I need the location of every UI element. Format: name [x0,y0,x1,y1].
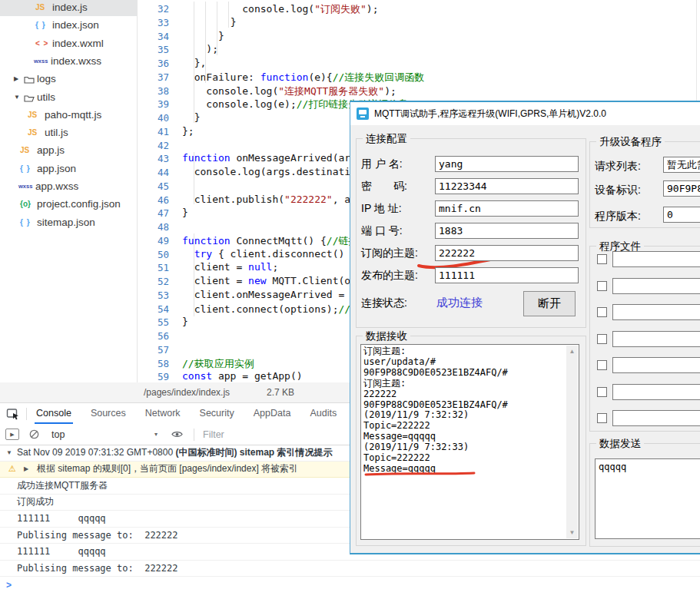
context-value: top [51,429,65,440]
toolbar-divider [194,429,194,441]
indent-guide [228,2,229,28]
file-path-input[interactable] [612,410,700,426]
sidebar-item-app.json[interactable]: { }app.json [0,160,137,177]
code-line: //获取应用实例 [182,357,254,371]
code-line: try { client.disconnect() } [182,248,357,262]
context-selector[interactable]: top ▾ [51,429,158,440]
input-publish-topic[interactable] [435,267,579,283]
line-number: 53 [137,289,169,303]
send-textarea[interactable]: qqqqq [595,458,700,539]
console-message: 订阅成功 [17,495,54,508]
dialog-titlebar[interactable]: MQTT调试助手,程序远程升级(WIFI,GPRS,单片机)V2.0.0 [350,102,700,125]
code-line: onFailure: function(e){//连接失败回调函数 [182,71,424,84]
line-number: 43 [137,152,169,166]
scroll-down-icon[interactable]: ▼ [566,527,578,538]
chevron-down-icon[interactable]: ▼ [14,94,20,101]
file-path-input[interactable] [612,384,700,400]
inspect-icon[interactable] [6,408,20,420]
sidebar-item-index.wxml[interactable]: < >index.wxml [0,35,137,52]
clear-console-icon[interactable] [29,429,39,439]
file-checkbox[interactable] [597,307,607,317]
tab-security[interactable]: Security [198,404,236,423]
receive-textarea[interactable]: 订阅主题: user/updata/# 90F9P88C9D0E0523E1BZ… [360,344,579,540]
line-number: 56 [137,329,169,343]
code-line [182,180,194,194]
field-label: 端 口 号: [361,224,403,238]
sidebar-item-index.js[interactable]: JSindex.js [0,0,137,16]
field-label: 设备标识: [595,184,641,197]
tab-sources[interactable]: Sources [89,404,128,423]
filter-input[interactable] [201,429,327,441]
console-message: Publising message to: 222222 [17,530,178,541]
file-checkbox[interactable] [597,281,607,291]
chevron-right-icon[interactable]: ▶ [14,75,18,82]
receive-scrollbar[interactable]: ▲ ▼ [566,346,578,538]
field-label: 程序版本: [595,210,641,223]
file-size: 2.7 KB [267,387,294,398]
line-number: 52 [137,275,169,289]
disconnect-button[interactable]: 断开 [523,291,576,316]
file-path-input[interactable] [612,304,700,320]
input-port[interactable] [435,223,579,239]
sidebar-item-logs[interactable]: ▶logs [0,70,137,88]
code-line: } [182,111,200,125]
file-path-input[interactable] [612,278,700,294]
input-password[interactable] [435,178,579,194]
file-label: app.json [37,163,76,174]
tab-appdata[interactable]: AppData [252,404,293,423]
console-prompt-row[interactable]: > [0,577,700,593]
expander-open-icon[interactable]: ▼ [6,449,12,456]
file-checkbox[interactable] [597,254,607,264]
file-checkbox[interactable] [597,360,607,370]
sidebar-item-app.wxss[interactable]: wxssapp.wxss [0,177,137,195]
field-label: 订阅的主题: [361,247,418,260]
tab-network[interactable]: Network [144,404,182,423]
line-number: 44 [137,166,169,180]
field-label: IP 地 址: [361,202,402,216]
input-subscribe-topic[interactable] [435,245,579,261]
tab-console[interactable]: Console [35,404,73,423]
indent-guide [217,2,217,55]
sidebar-item-app.js[interactable]: JSapp.js [0,141,137,159]
code-line: } [182,316,188,329]
expander-closed-icon[interactable]: ▶ [24,465,28,472]
file-checkbox[interactable] [597,413,607,423]
code-line: } [182,30,224,44]
sidebar-item-project.config.json[interactable]: {o}project.config.json [0,195,137,213]
line-number: 35 [137,43,169,57]
line-number: 47 [137,207,169,220]
sidebar-item-index.wxss[interactable]: wxssindex.wxss [0,52,137,70]
editor-scrollbar[interactable] [696,0,697,101]
warning-icon: ⚠ [8,464,16,474]
input-ip-address[interactable] [435,200,579,217]
input-request-list[interactable] [663,157,700,173]
simulator-icon[interactable]: ▶ [5,429,19,440]
field-label: 发布的主题: [361,269,418,283]
scroll-up-icon[interactable]: ▲ [566,346,578,357]
file-path-input[interactable] [612,331,700,347]
line-number: 40 [137,111,169,125]
file-checkbox[interactable] [597,387,607,397]
input-program-version[interactable] [663,207,700,223]
sidebar-item-paho-mqtt.js[interactable]: JSpaho-mqtt.js [0,106,137,124]
input-username[interactable] [435,156,579,172]
line-number: 42 [137,139,169,153]
code-line: }; [182,125,194,139]
mqtt-dialog: MQTT调试助手,程序远程升级(WIFI,GPRS,单片机)V2.0.0 连接配… [350,101,700,554]
sidebar-item-util.js[interactable]: JSutil.js [0,124,137,141]
file-path: /pages/index/index.js [144,387,230,398]
folder-icon [24,74,35,86]
file-checkbox[interactable] [597,334,607,344]
json-file-icon: { } [20,164,31,173]
sidebar-item-sitemap.json[interactable]: { }sitemap.json [0,213,137,231]
console-message: 111111 qqqqq [17,513,106,524]
file-label: project.config.json [37,198,121,210]
tab-audits[interactable]: Audits [308,404,338,423]
input-device-id[interactable] [663,180,700,197]
sidebar-item-index.json[interactable]: { }index.json [0,16,137,34]
line-number: 38 [137,84,169,98]
file-path-input[interactable] [612,357,700,373]
file-path-input[interactable] [612,251,700,267]
eye-icon[interactable] [171,430,183,438]
sidebar-item-utils[interactable]: ▼utils [0,88,137,106]
